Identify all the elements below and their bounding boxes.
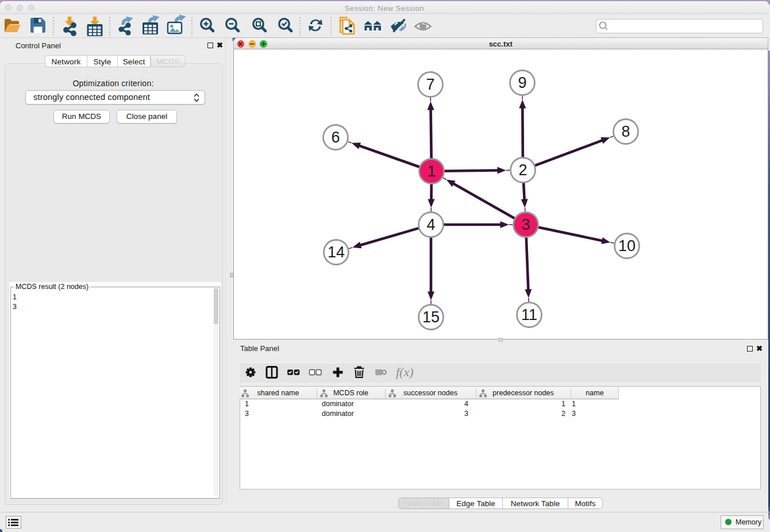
svg-text:9: 9 [518,74,526,91]
svg-text:8: 8 [621,123,630,140]
svg-text:1: 1 [427,163,436,180]
svg-text:14: 14 [328,244,345,261]
svg-text:11: 11 [521,306,537,323]
svg-text:6: 6 [331,129,340,146]
svg-text:2: 2 [518,161,527,179]
svg-text:3: 3 [521,216,530,233]
svg-text:15: 15 [422,309,440,326]
svg-text:10: 10 [618,237,636,255]
svg-text:f(x): f(x) [396,365,414,379]
svg-text:4: 4 [426,216,435,233]
svg-text:7: 7 [426,76,434,93]
